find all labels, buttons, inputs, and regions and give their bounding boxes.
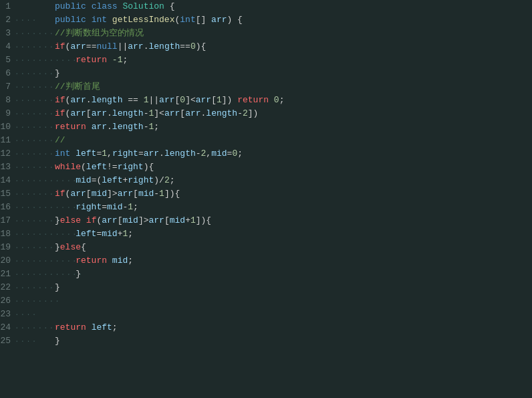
line-dots-25: ····	[15, 334, 55, 348]
line-dots-10: ········	[15, 120, 55, 134]
line-content-8: if(arr.length == 1||arr[0]<arr[1]) retur…	[55, 94, 532, 107]
code-line-11: 11 ········ //	[0, 134, 532, 147]
code-line-1: 1 public class Solution {	[0, 0, 532, 13]
line-dots-11: ········	[15, 134, 55, 147]
line-dots-18: ············	[15, 227, 55, 241]
line-num-17: 17	[0, 214, 15, 227]
line-num-16: 16	[0, 201, 15, 214]
line-content-17: }else if(arr[mid]>arr[mid+1]){	[55, 214, 532, 227]
line-dots-23: ····	[15, 308, 55, 321]
code-line-17: 17 ········ }else if(arr[mid]>arr[mid+1]…	[0, 214, 532, 227]
line-num-1: 1	[0, 0, 15, 13]
line-num-8: 8	[0, 94, 15, 107]
code-line-4: 4 ········ if(arr==null||arr.length==0){	[0, 40, 532, 54]
line-dots-5: ············	[15, 54, 55, 67]
line-dots-22: ········	[15, 281, 55, 294]
line-content-16: right=mid-1;	[55, 201, 532, 214]
line-dots-9: ········	[15, 107, 55, 120]
line-num-24: 24	[0, 321, 15, 334]
line-content-15: if(arr[mid]>arr[mid-1]){	[55, 187, 532, 201]
code-line-8: 8 ········ if(arr.length == 1||arr[0]<ar…	[0, 94, 532, 107]
line-content-9: if(arr[arr.length-1]<arr[arr.length-2])	[55, 107, 532, 120]
line-num-5: 5	[0, 54, 15, 67]
line-content-1: public class Solution {	[55, 0, 532, 13]
line-dots-21: ············	[15, 268, 55, 281]
line-dots-2: ····	[15, 13, 55, 27]
line-dots-12: ········	[15, 147, 55, 161]
code-line-2: 2 ···· public int getLessIndex(int[] arr…	[0, 13, 532, 27]
line-dots-16: ············	[15, 201, 55, 214]
line-num-19: 19	[0, 241, 15, 254]
code-line-24: 24 ········ return left;	[0, 321, 532, 334]
code-line-12: 12 ········ int left=1,right=arr.length-…	[0, 147, 532, 161]
line-content-4: if(arr==null||arr.length==0){	[55, 40, 532, 54]
code-line-25: 25 ···· }	[0, 334, 532, 348]
line-num-10: 10	[0, 120, 15, 134]
line-dots-7: ········	[15, 80, 55, 94]
line-content-19: }else{	[55, 241, 532, 254]
line-num-20: 20	[0, 254, 15, 268]
code-line-14: 14 ············ mid=(left+right)/2;	[0, 174, 532, 187]
line-content-12: int left=1,right=arr.length-2,mid=0;	[55, 147, 532, 161]
line-content-24: return left;	[55, 321, 532, 334]
line-num-21: 21	[0, 268, 15, 281]
line-content-5: return -1;	[55, 54, 532, 67]
line-content-22: }	[55, 281, 532, 294]
line-num-23: 23	[0, 308, 15, 321]
line-num-9: 9	[0, 107, 15, 120]
code-line-20: 20 ············ return mid;	[0, 254, 532, 268]
code-line-18: 18 ············ left=mid+1;	[0, 227, 532, 241]
line-dots-17: ········	[15, 214, 55, 227]
code-line-19: 19 ········ }else{	[0, 241, 532, 254]
line-dots-3: ········	[15, 27, 55, 40]
line-content-11: //	[55, 134, 532, 147]
line-num-18: 18	[0, 227, 15, 241]
line-num-25: 25	[0, 334, 15, 348]
line-num-15: 15	[0, 187, 15, 201]
line-num-14: 14	[0, 174, 15, 187]
code-line-7: 7 ········ //判断首尾	[0, 80, 532, 94]
line-content-3: //判断数组为空的情况	[55, 27, 532, 40]
code-line-3: 3 ········ //判断数组为空的情况	[0, 27, 532, 40]
line-num-22: 22	[0, 281, 15, 294]
line-dots-4: ········	[15, 40, 55, 54]
code-line-23: 23 ····	[0, 308, 532, 321]
line-content-18: left=mid+1;	[55, 227, 532, 241]
line-content-2: public int getLessIndex(int[] arr) {	[55, 13, 532, 27]
line-content-20: return mid;	[55, 254, 532, 268]
line-num-6: 6	[0, 67, 15, 80]
line-dots-13: ········	[15, 161, 55, 174]
line-num-12: 12	[0, 147, 15, 161]
code-line-10: 10 ········ return arr.length-1;	[0, 120, 532, 134]
line-num-26: 26	[0, 294, 15, 308]
line-content-14: mid=(left+right)/2;	[55, 174, 532, 187]
line-dots-6: ········	[15, 67, 55, 80]
line-num-3: 3	[0, 27, 15, 40]
code-editor: 1 public class Solution { 2 ···· public …	[0, 0, 532, 398]
line-num-11: 11	[0, 134, 15, 147]
line-num-13: 13	[0, 161, 15, 174]
line-content-10: return arr.length-1;	[55, 120, 532, 134]
line-dots-14: ············	[15, 174, 55, 187]
line-dots-19: ········	[15, 241, 55, 254]
line-content-6: }	[55, 67, 532, 80]
line-num-2: 2	[0, 13, 15, 27]
code-line-16: 16 ············ right=mid-1;	[0, 201, 532, 214]
line-dots-8: ········	[15, 94, 55, 107]
code-line-6: 6 ········ }	[0, 67, 532, 80]
line-content-25: }	[55, 334, 532, 348]
line-dots-26: ········	[15, 294, 55, 308]
line-content-13: while(left!=right){	[55, 161, 532, 174]
line-dots-15: ········	[15, 187, 55, 201]
code-line-15: 15 ········ if(arr[mid]>arr[mid-1]){	[0, 187, 532, 201]
code-line-13: 13 ········ while(left!=right){	[0, 161, 532, 174]
code-line-21: 21 ············ }	[0, 268, 532, 281]
code-line-9: 9 ········ if(arr[arr.length-1]<arr[arr.…	[0, 107, 532, 120]
line-num-7: 7	[0, 80, 15, 94]
code-line-5: 5 ············ return -1;	[0, 54, 532, 67]
line-content-7: //判断首尾	[55, 80, 532, 94]
line-num-4: 4	[0, 40, 15, 54]
code-line-26: 26 ········	[0, 294, 532, 308]
line-content-21: }	[55, 268, 532, 281]
code-line-22: 22 ········ }	[0, 281, 532, 294]
